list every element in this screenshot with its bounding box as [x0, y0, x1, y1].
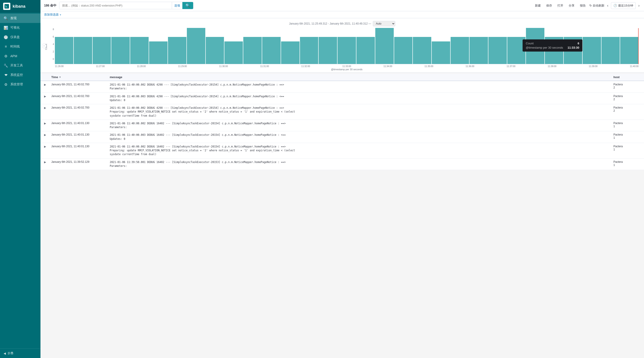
bar-8[interactable] — [206, 37, 224, 64]
discover-icon: 🔍 — [4, 16, 8, 21]
x-tick-13: 11:38:00 — [548, 65, 556, 68]
sidebar-item-label-discover: 发现 — [10, 16, 17, 20]
bar-16[interactable] — [356, 37, 375, 64]
table-row: ▶ January 6th 2021, 11:40:02.700 2021-01… — [40, 81, 644, 93]
new-button[interactable]: 新建 — [533, 3, 542, 9]
doc-count: 186 命中 — [44, 4, 56, 8]
sidebar-item-visualize[interactable]: 📊 可视化 — [0, 23, 40, 33]
monitoring-icon: ❤ — [4, 73, 8, 77]
bar-24[interactable] — [507, 37, 526, 64]
message-cell: 2021-01-06 11:40:00.002 DEBUG 4298 --- [… — [110, 106, 614, 118]
col-host-header: host — [614, 75, 640, 79]
x-tick-4: 11:29:00 — [178, 65, 187, 68]
refresh-icon: ↻ — [589, 4, 592, 7]
table-section: Time ▼ message host ▶ January 6th 2021, … — [40, 74, 644, 170]
table-rows-container: ▶ January 6th 2021, 11:40:02.700 2021-01… — [40, 81, 644, 170]
host-cell: Pactera1 — [614, 122, 640, 128]
topbar-left: 186 命中 选项 🔍 — [44, 2, 194, 9]
report-button[interactable]: 报告 — [578, 3, 588, 9]
open-button[interactable]: 打开 — [556, 3, 565, 9]
sidebar-collapse-button[interactable]: ◀ 折叠 — [0, 348, 40, 358]
time-col-label: Time — [51, 75, 58, 79]
bar-9[interactable] — [224, 41, 243, 64]
content-area: ‹ January 6th 2021, 11:25:49.312 - Janua… — [40, 18, 644, 358]
sidebar-item-label-apm: APM — [10, 54, 17, 58]
bar-30[interactable] — [620, 37, 638, 64]
y-tick-2: 2 — [52, 50, 54, 53]
save-button[interactable]: 保存 — [544, 3, 554, 9]
kibana-logo-text: kibana — [12, 4, 26, 9]
x-tick-3: 11:28:00 — [137, 65, 146, 68]
bar-1[interactable] — [74, 37, 92, 64]
sidebar-item-management[interactable]: ⚙ 系统管理 — [0, 80, 40, 89]
time-range-next-button[interactable]: › — [638, 3, 640, 9]
bar-18[interactable] — [394, 37, 412, 64]
expand-row-button[interactable]: ▶ — [44, 122, 46, 125]
bar-29[interactable] — [602, 37, 620, 64]
time-range-selector[interactable]: 🕐 最近15分钟 — [611, 2, 636, 9]
time-range-label: 最近15分钟 — [618, 4, 633, 8]
bar-13[interactable] — [300, 37, 318, 64]
sidebar-item-label-monitoring: 系统监控 — [10, 73, 23, 77]
host-cell: Pactera2 — [614, 83, 640, 89]
sidebar-item-label-dashboard: 仪表盘 — [10, 35, 20, 39]
histogram-collapse-button[interactable]: ‹ — [42, 44, 46, 48]
sidebar-item-apm[interactable]: ⚙ APM — [0, 51, 40, 61]
sidebar-item-devtools[interactable]: 🔧 开发工具 — [0, 61, 40, 70]
sidebar-item-dashboard[interactable]: 🕐 仪表盘 — [0, 33, 40, 42]
expand-row-button[interactable]: ▶ — [44, 133, 46, 136]
expand-row-button[interactable]: ▶ — [44, 106, 46, 109]
bar-23[interactable] — [488, 37, 507, 64]
bar-17[interactable] — [375, 28, 394, 64]
bar-3[interactable] — [111, 37, 130, 64]
x-axis-ticks: 11:26:00 11:27:00 11:28:00 11:29:00 11:3… — [55, 65, 638, 68]
bar-22[interactable] — [470, 37, 488, 64]
bar-21[interactable] — [450, 37, 469, 64]
main-content: 186 命中 选项 🔍 新建 保存 打开 分享 报告 ↻ 自动刷新 ‹ 🕐 最近 — [40, 0, 644, 358]
expand-row-button[interactable]: ▶ — [44, 160, 46, 164]
bar-10[interactable] — [243, 37, 262, 64]
bar-27[interactable] — [564, 37, 582, 64]
bar-15[interactable] — [338, 37, 356, 64]
expand-row-button[interactable]: ▶ — [44, 145, 46, 148]
time-range-prev-button[interactable]: ‹ — [606, 3, 609, 9]
histogram-interval-select[interactable]: Auto 1 second 5 seconds 30 seconds — [373, 21, 395, 26]
col-time-header[interactable]: Time ▼ — [51, 75, 110, 79]
share-button[interactable]: 分享 — [567, 3, 576, 9]
sidebar-item-timeline[interactable]: ≡ 时间线 — [0, 42, 40, 51]
bar-11[interactable] — [262, 37, 281, 64]
bar-26[interactable] — [545, 37, 563, 64]
bars-container — [55, 28, 638, 64]
x-tick-1: 11:26:00 — [55, 65, 64, 68]
bar-2[interactable] — [93, 37, 111, 64]
x-tick-8: 11:33:00 — [342, 65, 351, 68]
y-tick-4: 4 — [52, 43, 54, 46]
bar-25[interactable] — [526, 28, 544, 64]
search-button[interactable]: 🔍 — [182, 2, 193, 9]
bar-12[interactable] — [281, 41, 300, 64]
time-cell: January 6th 2021, 11:40:02.700 — [51, 95, 110, 98]
sidebar-item-discover[interactable]: 🔍 发现 — [0, 14, 40, 23]
bar-14[interactable] — [319, 37, 337, 64]
bar-19[interactable] — [413, 37, 431, 64]
search-input[interactable] — [59, 2, 172, 9]
sidebar-nav: 🔍 发现 📊 可视化 🕐 仪表盘 ≡ 时间线 ⚙ APM 🔧 开发工具 ❤ 系统… — [0, 13, 40, 348]
bar-28[interactable] — [582, 37, 601, 64]
apm-icon: ⚙ — [4, 54, 8, 58]
sidebar-item-monitoring[interactable]: ❤ 系统监控 — [0, 70, 40, 80]
options-link[interactable]: 选项 — [172, 2, 182, 9]
management-icon: ⚙ — [4, 82, 8, 87]
auto-refresh-button[interactable]: ↻ 自动刷新 — [589, 4, 604, 8]
add-filter-button[interactable]: 添加筛选器 + — [44, 13, 62, 17]
expand-row-button[interactable]: ▶ — [44, 95, 46, 98]
bar-5[interactable] — [149, 41, 168, 64]
bar-20[interactable] — [432, 41, 450, 64]
bar-4[interactable] — [130, 37, 149, 64]
bar-6[interactable] — [168, 37, 186, 64]
bar-0[interactable] — [55, 37, 73, 64]
message-cell: 2021-01-06 11:39:50.001 DEBUG 16402 --- … — [110, 160, 614, 168]
sidebar-item-label-devtools: 开发工具 — [10, 64, 23, 68]
expand-row-button[interactable]: ▶ — [44, 83, 46, 86]
message-cell: 2021-01-06 11:40:00.002 DEBUG 16402 --- … — [110, 145, 614, 156]
bar-7[interactable] — [187, 28, 205, 64]
